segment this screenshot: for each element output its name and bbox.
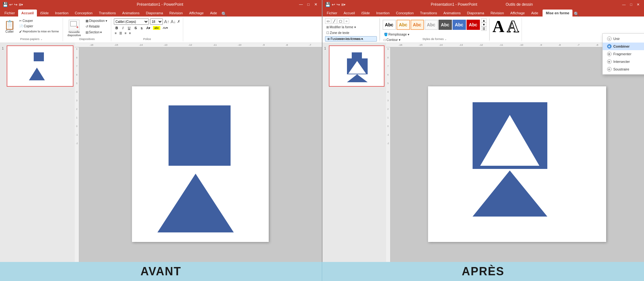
styles-expand-icon[interactable]: ☰: [481, 27, 487, 31]
menu-intersecter[interactable]: ⊗ Intersecter: [603, 58, 644, 65]
highlight-button[interactable]: abc: [153, 26, 160, 30]
reproduire-button[interactable]: 🖌 Reproduire la mise en forme: [18, 29, 60, 34]
coller-button[interactable]: 📋 Coller: [3, 18, 17, 35]
slide-number-left: 1: [2, 47, 4, 50]
bold-button[interactable]: B: [114, 25, 120, 30]
svg-marker-4: [347, 74, 368, 82]
tab-transitions-right[interactable]: Transitions: [417, 10, 440, 17]
svg-marker-0: [29, 68, 45, 80]
font-family-select[interactable]: Calibri (Corps): [114, 18, 149, 25]
tab-diaporama-left[interactable]: Diaporama: [143, 10, 166, 17]
slide-thumbnail-right[interactable]: [329, 45, 384, 87]
left-square-shape: [169, 105, 231, 166]
styles-up-icon[interactable]: ▲: [481, 18, 487, 23]
avant-label: AVANT: [0, 262, 322, 281]
zone-texte-button[interactable]: ☐ Zone de texte: [325, 30, 377, 35]
style-abc-4[interactable]: Abc: [425, 20, 438, 30]
style-abc-5[interactable]: Abc: [439, 20, 452, 30]
menu-combiner[interactable]: ⊕ Combiner: [603, 43, 644, 50]
tab-insertion-left[interactable]: Insertion: [52, 10, 72, 17]
increase-font-button[interactable]: A↑: [164, 19, 169, 24]
style-abc-2[interactable]: Abc: [397, 20, 410, 30]
disposition-button[interactable]: ▦ Disposition ▾: [84, 18, 108, 23]
maximize-icon[interactable]: □: [305, 2, 311, 7]
styles-down-icon[interactable]: ▼: [481, 23, 487, 27]
slide-thumbnail-left[interactable]: [7, 45, 73, 87]
tab-transitions-left[interactable]: Transitions: [96, 10, 119, 17]
style-abc-7[interactable]: Abc: [467, 20, 480, 30]
tab-revision-left[interactable]: Révision: [166, 10, 186, 17]
police-group: Calibri (Corps) 18 A↑ A↓ ✗ B I U S s A▾ …: [111, 18, 183, 41]
shape-rounded-icon[interactable]: ▢: [337, 18, 343, 24]
right-window: 💾 ↩ ↪ ⊞▾ Présentation1 - PowerPoint Outi…: [322, 0, 644, 281]
right-slide-canvas[interactable]: [428, 86, 606, 242]
close-icon-right[interactable]: ✕: [635, 2, 641, 7]
align-right-button[interactable]: ≡: [124, 31, 128, 35]
font-color-button[interactable]: A▾: [145, 26, 152, 30]
copier-button[interactable]: 📄 Copier: [18, 24, 60, 29]
underline-button[interactable]: U: [126, 25, 132, 30]
maximize-icon-right[interactable]: □: [628, 2, 634, 7]
shape-rect-icon[interactable]: ▭: [325, 18, 331, 24]
minimize-icon-right[interactable]: —: [620, 2, 627, 7]
style-abc-6[interactable]: Abc: [453, 20, 466, 30]
minimize-icon[interactable]: —: [297, 2, 305, 7]
align-left-button[interactable]: ≡: [114, 31, 118, 35]
tab-islide-left[interactable]: iSlide: [37, 10, 52, 17]
tab-affichage-right[interactable]: Affichage: [507, 10, 528, 17]
shadow-button[interactable]: s: [139, 26, 144, 30]
customize-icon[interactable]: ⊞▾: [19, 3, 23, 6]
style-abc-3[interactable]: Abc: [411, 20, 424, 30]
remplissage-button[interactable]: 🪣 Remplissage ▾: [383, 32, 487, 37]
justify-button[interactable]: ≡: [128, 31, 132, 35]
italic-button[interactable]: I: [121, 25, 125, 30]
shape-line-icon[interactable]: ╱: [332, 18, 337, 24]
tab-islide-right[interactable]: iSlide: [358, 10, 373, 17]
outils-dessin-label: Outils de dessin: [504, 2, 535, 7]
tab-aide-right[interactable]: Aide: [528, 10, 541, 17]
tab-revision-right[interactable]: Révision: [487, 10, 507, 17]
nouvelle-diapositive-button[interactable]: + Nouvellediapositive: [66, 18, 83, 38]
menu-soustraire[interactable]: ⊖ Soustraire: [603, 65, 644, 73]
save-icon[interactable]: 💾: [3, 2, 8, 7]
tab-fichier-right[interactable]: Fichier: [324, 10, 341, 17]
section-button[interactable]: ▤ Section ▾: [84, 30, 108, 35]
redo-icon-right[interactable]: ↪: [336, 2, 340, 7]
menu-fragmenter[interactable]: ⊞ Fragmenter: [603, 50, 644, 58]
diapositives-group: + Nouvellediapositive ▦ Disposition ▾ ↺ …: [63, 18, 111, 41]
align-center-button[interactable]: ☰: [118, 31, 123, 35]
tab-insertion-right[interactable]: Insertion: [373, 10, 393, 17]
undo-icon[interactable]: ↩: [9, 2, 13, 7]
menu-unir[interactable]: ∪ Unir: [603, 35, 644, 43]
tab-mise-en-forme-right[interactable]: Mise en forme: [543, 10, 572, 17]
shape-circle-icon[interactable]: ○: [344, 18, 349, 24]
tab-animations-left[interactable]: Animations: [119, 10, 142, 17]
tab-fichier-left[interactable]: Fichier: [1, 10, 18, 17]
close-icon[interactable]: ✕: [312, 2, 319, 7]
tab-accueil-left[interactable]: Accueil: [18, 10, 37, 17]
tab-animations-right[interactable]: Animations: [440, 10, 464, 17]
tab-affichage-left[interactable]: Affichage: [186, 10, 207, 17]
search-icon-left[interactable]: 🔍: [221, 11, 227, 17]
tab-accueil-right[interactable]: Accueil: [341, 10, 358, 17]
clear-format-button[interactable]: ✗: [177, 19, 180, 24]
tab-aide-left[interactable]: Aide: [207, 10, 220, 17]
style-abc-1[interactable]: Abc: [383, 20, 396, 30]
char-spacing-button[interactable]: AV▾: [162, 26, 169, 30]
customize-icon-right[interactable]: ⊞▾: [341, 3, 345, 6]
undo-icon-right[interactable]: ↩: [332, 2, 335, 7]
redo-icon[interactable]: ↪: [14, 2, 17, 7]
left-slide-canvas[interactable]: [132, 86, 269, 242]
retablir-button[interactable]: ↺ Rétablir: [84, 24, 108, 29]
tab-conception-left[interactable]: Conception: [72, 10, 96, 17]
font-size-select[interactable]: 18: [150, 18, 163, 25]
styles-formes-label: Styles de formes ⌄: [422, 37, 447, 41]
tab-conception-right[interactable]: Conception: [393, 10, 417, 17]
decrease-font-button[interactable]: A↓: [170, 19, 176, 24]
tab-diaporama-right[interactable]: Diaporama: [464, 10, 488, 17]
couper-button[interactable]: ✂ Couper: [18, 18, 60, 23]
search-icon-right[interactable]: 🔍: [574, 11, 579, 17]
save-icon-right[interactable]: 💾: [325, 2, 330, 7]
modifier-forme-button[interactable]: ⊞ Modifier la forme ▾: [325, 25, 377, 30]
strikethrough-button[interactable]: S: [133, 26, 138, 30]
